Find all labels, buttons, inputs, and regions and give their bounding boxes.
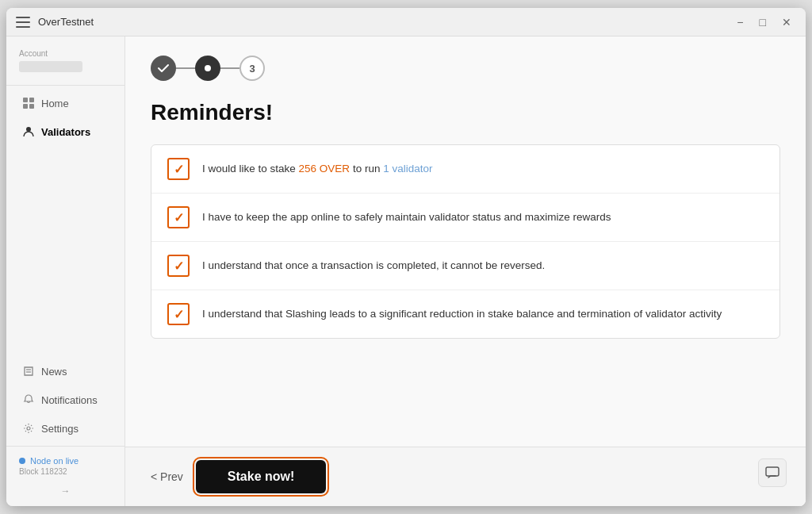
svg-point-4 [26, 127, 31, 132]
bell-icon [22, 393, 35, 406]
sidebar-expand-button[interactable]: → [6, 482, 124, 500]
titlebar: OverTestnet − □ ✕ [6, 8, 806, 36]
sidebar-divider [6, 85, 124, 86]
check-icon-2: ✓ [174, 210, 184, 225]
sidebar-item-home-label: Home [41, 98, 69, 109]
reminder-1-mid: to run [353, 163, 383, 175]
sidebar-item-validators-label: Validators [41, 126, 90, 138]
sidebar-item-home[interactable]: Home [10, 89, 121, 117]
sidebar-item-settings[interactable]: Settings [10, 414, 121, 443]
check-box-2[interactable]: ✓ [167, 206, 190, 228]
stake-button[interactable]: Stake now! [196, 460, 326, 493]
check-icon-1: ✓ [174, 162, 184, 177]
close-button[interactable]: ✕ [777, 14, 796, 30]
reminder-text-2: I have to keep the app online to safely … [202, 210, 611, 225]
reminder-item-2: ✓ I have to keep the app online to safel… [151, 194, 779, 242]
check-icon-4: ✓ [174, 307, 184, 322]
svg-rect-0 [23, 98, 28, 102]
svg-rect-8 [766, 467, 779, 476]
sidebar-item-news-label: News [41, 366, 67, 378]
step-3: 3 [239, 56, 265, 81]
step-connector-2 [220, 67, 239, 69]
check-box-1[interactable]: ✓ [167, 158, 190, 180]
check-box-3[interactable]: ✓ [167, 255, 190, 277]
account-address [19, 61, 82, 72]
reminder-text-1: I would like to stake 256 OVER to run 1 … [202, 162, 432, 177]
news-icon [22, 365, 35, 378]
main-scroll: 3 Reminders! ✓ I would like [125, 36, 806, 447]
account-section: Account [6, 43, 124, 82]
block-info: Block 118232 [19, 467, 112, 476]
svg-point-7 [27, 427, 30, 430]
reminder-item-4: ✓ I understand that Slashing leads to a … [151, 290, 779, 338]
main-content: 3 Reminders! ✓ I would like [125, 36, 806, 506]
window-controls: − □ ✕ [732, 14, 796, 30]
sidebar-bottom: Node on live Block 118232 [6, 450, 124, 482]
stepper: 3 [151, 56, 780, 81]
reminder-1-validators: 1 validator [383, 163, 432, 175]
reminder-text-4: I understand that Slashing leads to a si… [202, 307, 722, 322]
sidebar-spacer [6, 146, 124, 357]
footer-bar: < Prev Stake now! [125, 447, 806, 506]
app-title: OverTestnet [38, 16, 732, 28]
minimize-button[interactable]: − [732, 14, 748, 30]
sidebar-item-settings-label: Settings [41, 423, 79, 435]
menu-icon[interactable] [16, 17, 30, 28]
sidebar-item-validators[interactable]: Validators [10, 117, 121, 146]
app-window: OverTestnet − □ ✕ Account [6, 8, 806, 506]
step-connector-1 [176, 67, 195, 69]
sidebar-item-notifications[interactable]: Notifications [10, 386, 121, 414]
svg-rect-3 [29, 104, 34, 109]
node-dot [19, 458, 25, 464]
user-icon [22, 125, 35, 138]
reminders-list: ✓ I would like to stake 256 OVER to run … [151, 144, 780, 339]
sidebar-bottom-divider [6, 446, 124, 447]
sidebar-item-notifications-label: Notifications [41, 394, 98, 406]
check-icon-3: ✓ [174, 259, 184, 274]
check-box-4[interactable]: ✓ [167, 303, 190, 325]
node-status-label: Node on live [30, 456, 79, 466]
page-title: Reminders! [151, 100, 780, 125]
prev-button[interactable]: < Prev [151, 470, 183, 483]
step-1 [151, 56, 176, 81]
reminder-item-3: ✓ I understand that once a transaction i… [151, 242, 779, 290]
svg-rect-1 [29, 98, 34, 102]
step-3-label: 3 [249, 63, 255, 75]
account-label: Account [19, 49, 112, 58]
reminder-1-plain: I would like to stake [202, 163, 299, 175]
step-2 [195, 56, 220, 81]
sidebar: Account Home [6, 36, 125, 506]
maximize-button[interactable]: □ [755, 14, 771, 30]
grid-icon [22, 97, 35, 109]
reminder-text-3: I understand that once a transaction is … [202, 259, 545, 274]
app-body: Account Home [6, 36, 806, 506]
svg-rect-2 [23, 104, 28, 109]
node-status: Node on live [19, 456, 112, 466]
reminder-item-1: ✓ I would like to stake 256 OVER to run … [151, 145, 779, 194]
gear-icon [22, 422, 35, 435]
chat-icon-button[interactable] [758, 458, 787, 487]
sidebar-item-news[interactable]: News [10, 357, 121, 386]
reminder-1-amount: 256 OVER [299, 163, 350, 175]
